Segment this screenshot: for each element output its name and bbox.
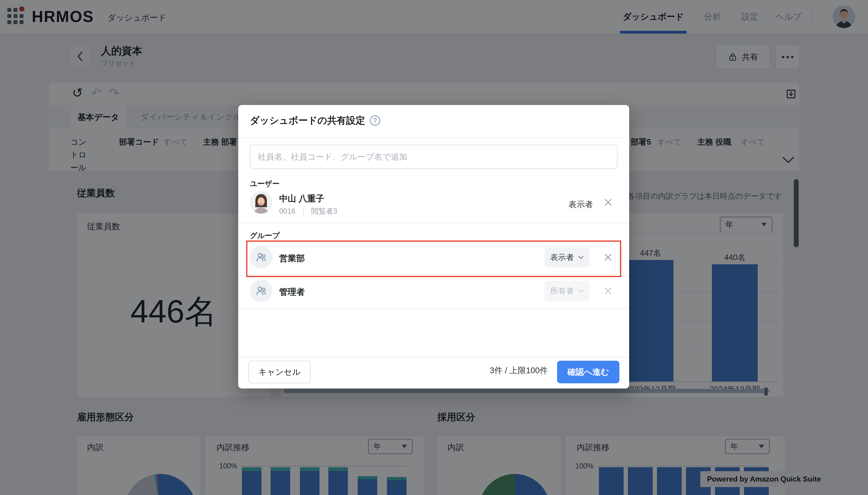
app-root: HRMOS ダッシュボード ダッシュボード 分析 設定 ヘルプ 人的資本 プリセ… xyxy=(0,0,868,495)
modal-title: ダッシュボードの共有設定 xyxy=(250,114,365,127)
close-icon xyxy=(603,286,613,295)
divider xyxy=(238,137,629,138)
group-name: 管理者 xyxy=(279,286,305,298)
modal-title-row: ダッシュボードの共有設定 ? xyxy=(250,114,380,127)
annotation-highlight-box xyxy=(246,240,621,277)
confirm-button[interactable]: 確認へ進む xyxy=(557,361,619,383)
divider xyxy=(238,223,629,223)
close-icon xyxy=(603,198,613,207)
member-avatar xyxy=(250,191,272,214)
help-icon[interactable]: ? xyxy=(370,115,380,126)
group-permission-value: 所有者 xyxy=(550,286,574,296)
member-name: 中山 八重子 xyxy=(279,193,324,204)
remove-group-button-disabled xyxy=(603,286,613,295)
chevron-down-icon xyxy=(578,289,584,293)
female-avatar-illustration xyxy=(250,191,272,214)
users-section-label: ユーザー xyxy=(250,179,280,189)
share-settings-modal: ダッシュボードの共有設定 ? ユーザー 中山 八重子 0016 ｜ 閲覧者3 表… xyxy=(238,105,629,389)
subinfo-divider: ｜ xyxy=(300,206,307,216)
two-people-icon xyxy=(255,285,267,297)
group-avatar xyxy=(250,279,272,302)
member-search-input[interactable] xyxy=(250,144,618,169)
cancel-button[interactable]: キャンセル xyxy=(248,361,311,383)
member-count-status: 3件 / 上限100件 xyxy=(473,365,548,376)
remove-member-button[interactable] xyxy=(603,198,613,207)
member-permission-static: 表示者 xyxy=(550,199,593,210)
member-subinfo: 0016 ｜ 閲覧者3 xyxy=(279,206,337,216)
groups-section-label: グループ xyxy=(250,231,280,240)
member-role-tag: 閲覧者3 xyxy=(311,206,337,216)
footer-divider xyxy=(238,357,629,357)
group-permission-dropdown-disabled: 所有者 xyxy=(545,281,589,301)
member-code: 0016 xyxy=(279,207,295,216)
divider xyxy=(238,308,629,309)
